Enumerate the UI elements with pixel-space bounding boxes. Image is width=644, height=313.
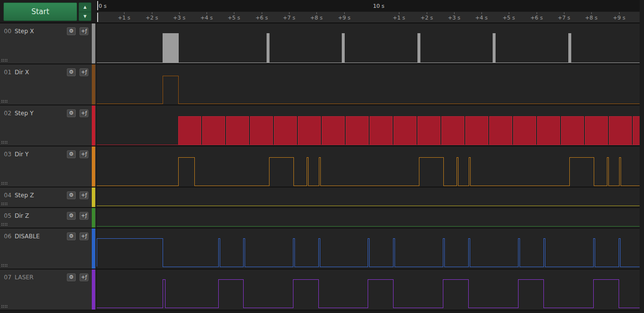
channel-index: 04 <box>4 192 11 199</box>
channel-function-button[interactable]: +ƒ <box>80 150 88 158</box>
waveform-laser[interactable] <box>97 270 640 311</box>
channel-settings-button[interactable]: ⚙ <box>67 273 76 281</box>
ruler-tick-strip[interactable]: +1 s+2 s+3 s+4 s+5 s+6 s+7 s+8 s+9 s+1 s… <box>97 12 640 23</box>
ruler-tick-label: +8 s <box>310 15 322 21</box>
channel-row-disable[interactable]: 06DISABLE⚙+ƒ <box>0 229 97 270</box>
ruler-tick-mark <box>399 12 399 14</box>
channel-resize-handle[interactable] <box>1 182 8 185</box>
ruler-tick-mark <box>207 12 207 14</box>
waveform-step-x[interactable] <box>97 23 640 64</box>
ruler-tick-mark <box>234 12 234 14</box>
channel-function-button[interactable]: +ƒ <box>80 109 88 117</box>
waveform-dir-z[interactable] <box>97 208 640 229</box>
ruler-tick-mark <box>427 12 427 14</box>
channel-row-step-x[interactable]: 00Step X⚙+ƒ <box>0 23 97 64</box>
ruler-tick-label: +3 s <box>448 15 460 21</box>
channel-resize-handle[interactable] <box>1 100 8 103</box>
ruler-tick-label: +4 s <box>475 15 487 21</box>
channel-settings-button[interactable]: ⚙ <box>67 109 76 117</box>
channel-settings-button[interactable]: ⚙ <box>67 212 76 220</box>
channel-settings-button[interactable]: ⚙ <box>67 27 76 35</box>
ruler-tick-label: +1 s <box>393 15 405 21</box>
channel-function-button[interactable]: +ƒ <box>80 232 88 240</box>
ruler-tick-label: +2 s <box>145 15 158 21</box>
waveform-trace-step-y <box>97 105 640 146</box>
ruler-tick-label: +2 s <box>420 15 433 21</box>
step-spinner: ▲ ▼ <box>79 2 91 21</box>
ruler-tick-label: +4 s <box>200 15 212 21</box>
channel-settings-button[interactable]: ⚙ <box>67 150 76 158</box>
ruler-tick-mark <box>537 12 537 14</box>
ruler-tick-mark <box>564 12 564 14</box>
ruler-tick-label: +7 s <box>558 15 570 21</box>
spinner-up-button[interactable]: ▲ <box>79 3 91 12</box>
waveform-dir-y[interactable] <box>97 146 640 188</box>
waveform-step-z[interactable] <box>97 188 640 208</box>
waveform-trace-laser <box>97 270 640 311</box>
ruler-tick-mark <box>262 12 262 14</box>
channel-resize-handle[interactable] <box>1 59 8 62</box>
ruler-tick-label: +6 s <box>255 15 268 21</box>
channel-function-button[interactable]: +ƒ <box>80 27 88 35</box>
ruler-tick-label: +9 s <box>338 15 350 21</box>
ruler-tick-label: +1 s <box>118 15 130 21</box>
channel-index: 01 <box>4 69 11 76</box>
waveform-disable[interactable] <box>97 229 640 270</box>
channel-index: 00 <box>4 28 11 35</box>
ruler-tick-label: +7 s <box>283 15 295 21</box>
channel-name: LASER <box>15 274 34 281</box>
ruler-major-label: 10 s <box>373 3 384 9</box>
pulse-timeline-app: Start ▲ ▼ 0 s10 s +1 s+2 s+3 s+4 s+5 s+6… <box>0 0 644 313</box>
waveform-trace-dir-x <box>97 64 640 105</box>
channel-name: Dir Y <box>15 151 29 158</box>
vertical-scrollbar[interactable] <box>640 0 644 313</box>
ruler-tick-label: +8 s <box>585 15 597 21</box>
channel-row-dir-y[interactable]: 03Dir Y⚙+ƒ <box>0 146 97 188</box>
channel-row-dir-z[interactable]: 05Dir Z⚙+ƒ <box>0 208 97 229</box>
waveform-dir-x[interactable] <box>97 64 640 105</box>
channel-resize-handle[interactable] <box>1 202 8 206</box>
channel-settings-button[interactable]: ⚙ <box>67 191 76 199</box>
channel-name: Dir Z <box>15 212 29 219</box>
channel-row-laser[interactable]: 07LASER⚙+ƒ <box>0 270 97 311</box>
channel-resize-handle[interactable] <box>1 305 8 308</box>
up-arrow-icon: ▲ <box>83 5 86 9</box>
channel-index: 02 <box>4 110 11 117</box>
waveform-trace-disable <box>97 229 640 270</box>
channel-index: 03 <box>4 151 11 158</box>
channel-index: 07 <box>4 274 11 281</box>
channel-function-button[interactable]: +ƒ <box>80 191 88 199</box>
channel-row-dir-x[interactable]: 01Dir X⚙+ƒ <box>0 64 97 105</box>
start-button[interactable]: Start <box>3 2 77 21</box>
spinner-down-button[interactable]: ▼ <box>79 12 91 21</box>
channel-row-step-y[interactable]: 02Step Y⚙+ƒ <box>0 105 97 146</box>
channel-settings-button[interactable]: ⚙ <box>67 232 76 240</box>
channel-color-stripe <box>92 146 95 187</box>
waveform-trace-dir-z <box>97 208 640 229</box>
channel-color-stripe <box>92 64 95 104</box>
ruler-tick-label: +5 s <box>502 15 515 21</box>
ruler-major-label: 0 s <box>99 3 106 9</box>
ruler-tick-mark <box>316 12 317 14</box>
channel-color-stripe <box>92 23 95 63</box>
ruler-tick-mark <box>481 12 482 14</box>
channel-row-step-z[interactable]: 04Step Z⚙+ƒ <box>0 188 97 208</box>
channel-name: Step Z <box>15 192 34 199</box>
channel-resize-handle[interactable] <box>1 141 8 144</box>
waveform-step-y[interactable] <box>97 105 640 146</box>
channel-resize-handle[interactable] <box>1 223 8 226</box>
channel-index: 06 <box>4 233 11 240</box>
channel-function-button[interactable]: +ƒ <box>80 273 88 281</box>
ruler-tick-mark <box>591 12 592 14</box>
channel-resize-handle[interactable] <box>1 264 8 267</box>
ruler-edge-mark <box>97 1 98 10</box>
ruler-tick-label: +6 s <box>530 15 542 21</box>
ruler-tick-mark <box>619 12 620 14</box>
channel-function-button[interactable]: +ƒ <box>80 68 88 76</box>
ruler-major-strip[interactable]: 0 s10 s <box>97 0 640 12</box>
channel-settings-button[interactable]: ⚙ <box>67 68 76 76</box>
channel-name: DISABLE <box>15 233 40 240</box>
ruler-tick-mark <box>509 12 509 14</box>
channel-function-button[interactable]: +ƒ <box>80 212 88 220</box>
channel-name: Dir X <box>15 69 29 76</box>
